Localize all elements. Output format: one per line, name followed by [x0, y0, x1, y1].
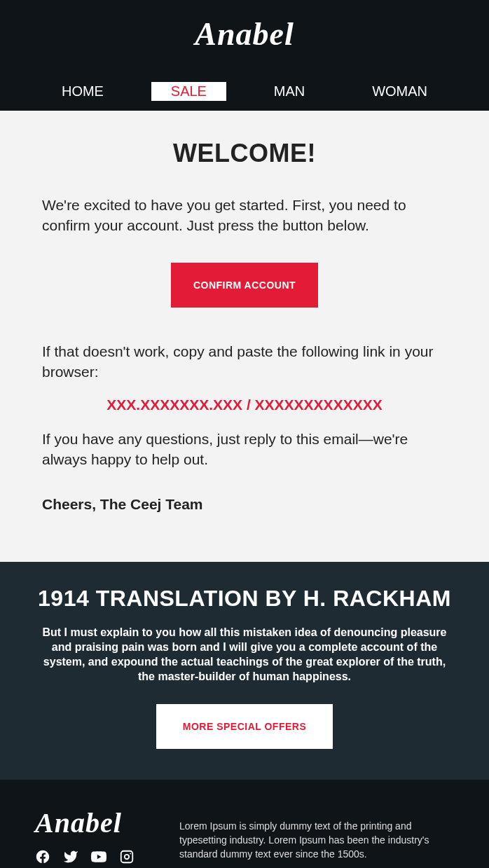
- footer: Anabel Lorem Ipsum is simply dummy text …: [0, 780, 489, 868]
- help-text: If you have any questions, just reply to…: [42, 429, 447, 470]
- facebook-icon[interactable]: [35, 849, 50, 864]
- nav-home[interactable]: HOME: [42, 82, 123, 101]
- main-content: WELCOME! We're excited to have you get s…: [0, 111, 489, 562]
- sign-off: Cheers, The Ceej Team: [42, 496, 447, 513]
- confirm-account-button[interactable]: CONFIRM ACCOUNT: [171, 263, 318, 308]
- nav-sale[interactable]: SALE: [151, 82, 226, 101]
- more-offers-button[interactable]: MORE SPECIAL OFFERS: [156, 704, 333, 749]
- instagram-icon[interactable]: [119, 849, 135, 864]
- nav-man[interactable]: MAN: [254, 82, 324, 101]
- promo-body: But I must explain to you how all this m…: [35, 626, 454, 684]
- brand-logo: Anabel: [0, 15, 489, 74]
- header: Anabel HOME SALE MAN WOMAN: [0, 0, 489, 111]
- promo-section: 1914 TRANSLATION BY H. RACKHAM But I mus…: [0, 562, 489, 779]
- nav-woman[interactable]: WOMAN: [352, 82, 447, 101]
- intro-text: We're excited to have you get started. F…: [42, 195, 447, 236]
- fallback-instruction: If that doesn't work, copy and paste the…: [42, 341, 447, 383]
- twitter-icon[interactable]: [63, 849, 78, 864]
- footer-about: Lorem Ipsum is simply dummy text of the …: [179, 806, 454, 862]
- fallback-link[interactable]: XXX.XXXXXXX.XXX / XXXXXXXXXXXXX: [42, 397, 447, 413]
- footer-logo: Anabel: [35, 806, 154, 839]
- footer-brand-block: Anabel: [35, 806, 154, 864]
- promo-title: 1914 TRANSLATION BY H. RACKHAM: [35, 586, 454, 612]
- main-nav: HOME SALE MAN WOMAN: [0, 74, 489, 111]
- social-links: [35, 849, 154, 864]
- page-title: WELCOME!: [42, 139, 447, 168]
- youtube-icon[interactable]: [91, 849, 106, 864]
